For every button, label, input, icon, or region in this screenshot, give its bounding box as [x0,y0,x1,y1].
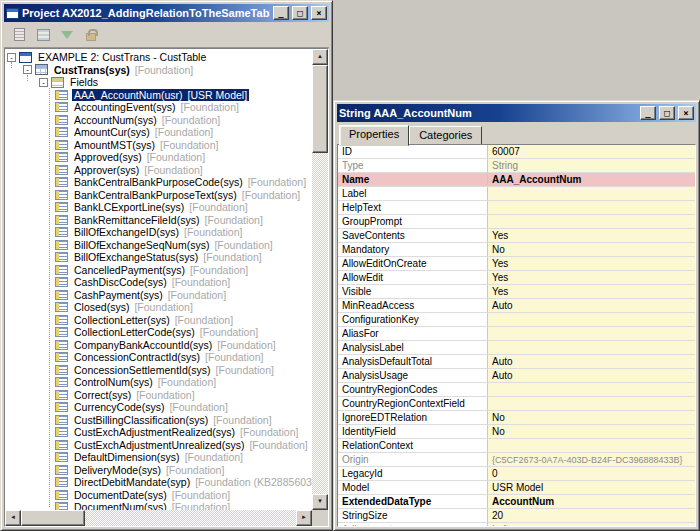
new-document-button[interactable] [8,25,30,45]
property-value[interactable]: USR Model [488,481,695,494]
lock-button[interactable] [80,25,102,45]
vertical-scroll-track[interactable] [312,65,328,494]
property-value[interactable] [488,201,695,214]
property-value[interactable] [488,383,695,396]
tree-field-row[interactable]: DirectDebitMandate(syp)[Foundation (KB28… [7,476,312,489]
tree-field-row[interactable]: ControlNum(sys)[Foundation] [7,376,312,389]
tree-field-row[interactable]: BillOfExchangeID(sys)[Foundation] [7,226,312,239]
property-value[interactable]: Yes [488,285,695,298]
import-button[interactable] [56,25,78,45]
property-row[interactable]: AllowEdit Yes [338,271,695,285]
property-row[interactable]: Model USR Model [338,481,695,495]
property-row[interactable]: CountryRegionContextField [338,397,695,411]
tree-field-row[interactable]: ConcessionSettlementId(sys)[Foundation] [7,364,312,377]
property-row[interactable]: HelpText [338,201,695,215]
tree-field-row[interactable]: CollectionLetter(sys)[Foundation] [7,314,312,327]
property-value[interactable]: {C5CF2673-0A7A-403D-B24F-DC396888433B} [488,453,695,466]
tree-field-row[interactable]: CancelledPayment(sys)[Foundation] [7,264,312,277]
property-row[interactable]: AnalysisDefaultTotal Auto [338,355,695,369]
property-row[interactable]: Type String [338,159,695,173]
property-row[interactable]: SaveContents Yes [338,229,695,243]
tree-field-row[interactable]: BillOfExchangeStatus(sys)[Foundation] [7,251,312,264]
tree-field-row[interactable]: BillOfExchangeSeqNum(sys)[Foundation] [7,239,312,252]
tree-field-row[interactable]: ConcessionContractId(sys)[Foundation] [7,351,312,364]
property-value[interactable]: No [488,425,695,438]
property-row[interactable]: CountryRegionCodes [338,383,695,397]
property-value[interactable] [488,439,695,452]
property-value[interactable]: 60007 [488,145,695,158]
property-value[interactable] [488,341,695,354]
tree-field-row[interactable]: DocumentNum(sys)[Foundation] [7,501,312,510]
property-row[interactable]: IgnoreEDTRelation No [338,411,695,425]
property-row[interactable]: MinReadAccess Auto [338,299,695,313]
collapse-icon[interactable]: - [39,78,48,87]
tree-field-row[interactable]: DefaultDimension(sys)[Foundation] [7,451,312,464]
tree-field-row[interactable]: Closed(sys)[Foundation] [7,301,312,314]
tree-field-row[interactable]: BankRemittanceFileId(sys)[Foundation] [7,214,312,227]
tree-field-row[interactable]: Correct(sys)[Foundation] [7,389,312,402]
property-row[interactable]: AliasFor [338,327,695,341]
tree-field-row[interactable]: DeliveryMode(sys)[Foundation] [7,464,312,477]
tree-field-row[interactable]: BankCentralBankPurposeCode(sys)[Foundati… [7,176,312,189]
property-row[interactable]: Adjustment Left [338,523,695,527]
tree-field-row[interactable]: AmountCur(sys)[Foundation] [7,126,312,139]
tree-field-row[interactable]: CustBillingClassification(sys)[Foundatio… [7,414,312,427]
tree-field-row[interactable]: CurrencyCode(sys)[Foundation] [7,401,312,414]
tree-field-row[interactable]: Approver(sys)[Foundation] [7,164,312,177]
property-row[interactable]: StringSize 20 [338,509,695,523]
property-value[interactable] [488,187,695,200]
tree-field-row[interactable]: AccountingEvent(sys)[Foundation] [7,101,312,114]
close-icon[interactable]: × [678,106,694,120]
property-value[interactable]: 20 [488,509,695,522]
tab-properties[interactable]: Properties [339,125,409,146]
tree-field-row[interactable]: CompanyBankAccountId(sys)[Foundation] [7,339,312,352]
property-row[interactable]: Origin {C5CF2673-0A7A-403D-B24F-DC396888… [338,453,695,467]
property-value[interactable] [488,327,695,340]
property-row[interactable]: Visible Yes [338,285,695,299]
property-row[interactable]: ExtendedDataType AccountNum [338,495,695,509]
property-value[interactable]: 0 [488,467,695,480]
tree-field-row[interactable]: DocumentDate(sys)[Foundation] [7,489,312,502]
tree-node-fields[interactable]: - Fields [7,76,312,89]
tree-field-row[interactable]: Approved(sys)[Foundation] [7,151,312,164]
vertical-scroll-thumb[interactable] [312,65,328,153]
maximize-icon[interactable]: □ [659,106,675,120]
property-value[interactable]: Left [488,523,695,527]
horizontal-scroll-thumb[interactable] [21,510,85,526]
tree-field-row[interactable]: AAA_AccountNum(usr)[USR Model] [7,89,312,102]
tab-categories[interactable]: Categories [409,126,482,145]
property-value[interactable] [488,313,695,326]
property-value[interactable]: No [488,243,695,256]
property-row[interactable]: GroupPrompt [338,215,695,229]
collapse-icon[interactable]: - [23,65,32,74]
property-window-titlebar[interactable]: String AAA_AccountNum _ □ × [337,104,696,122]
property-row[interactable]: LegacyId 0 [338,467,695,481]
property-value[interactable]: No [488,411,695,424]
property-value[interactable]: Yes [488,257,695,270]
tree-node-custtrans-table[interactable]: - CustTrans(sys)[Foundation] [7,64,312,77]
collapse-icon[interactable]: - [7,53,16,62]
tree-field-row[interactable]: CashPayment(sys)[Foundation] [7,289,312,302]
property-value[interactable]: Auto [488,299,695,312]
vertical-scrollbar[interactable]: ▲ ▼ [312,49,328,510]
property-value[interactable]: Yes [488,229,695,242]
property-value[interactable]: AccountNum [488,495,695,508]
property-value[interactable]: Yes [488,271,695,284]
project-window-titlebar[interactable]: Project AX2012_AddingRelationToTheSameTa… [4,4,329,22]
tree-field-row[interactable]: CashDiscCode(sys)[Foundation] [7,276,312,289]
horizontal-scrollbar[interactable]: ◄ ► [5,510,312,526]
tree-field-row[interactable]: CollectionLetterCode(sys)[Foundation] [7,326,312,339]
tree-field-row[interactable]: AccountNum(sys)[Foundation] [7,114,312,127]
scroll-right-icon[interactable]: ► [296,510,312,526]
property-value[interactable] [488,215,695,228]
tree-field-row[interactable]: CustExchAdjustmentRealized(sys)[Foundati… [7,426,312,439]
property-value[interactable]: String [488,159,695,172]
property-row[interactable]: Name AAA_AccountNum [338,173,695,187]
close-icon[interactable]: × [311,6,327,20]
scroll-down-icon[interactable]: ▼ [312,494,328,510]
property-row[interactable]: ID 60007 [338,145,695,159]
property-row[interactable]: Label [338,187,695,201]
grid-view-button[interactable] [32,25,54,45]
tree-field-row[interactable]: BankLCExportLine(sys)[Foundation] [7,201,312,214]
property-value[interactable]: Auto [488,355,695,368]
